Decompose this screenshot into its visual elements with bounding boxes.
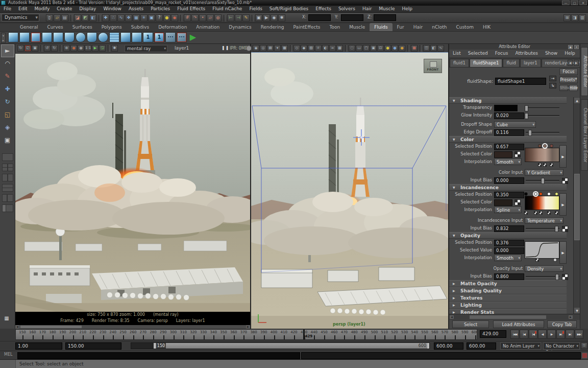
channel-box-toggle-icon[interactable]: ▥ <box>579 14 586 21</box>
render-settings-icon[interactable]: ✱ <box>111 45 118 52</box>
mask-points-icon[interactable]: ∴ <box>110 14 117 21</box>
shelf-tab-curves[interactable]: Curves <box>42 23 67 31</box>
layout-two-pane-stacked-button[interactable] <box>2 184 13 192</box>
animation-start-field[interactable]: 1.00 <box>15 342 62 350</box>
shadows-icon[interactable]: ◐ <box>322 45 329 52</box>
glow-intensity-field[interactable]: 0.020 <box>494 112 524 119</box>
ipr-region-icon[interactable]: ◲ <box>99 45 106 52</box>
shelf-tab-deformation[interactable]: Deformation <box>154 23 191 31</box>
ramp-handle[interactable] <box>543 144 547 148</box>
ramp-marker[interactable] <box>539 211 543 215</box>
highlight-selection-icon[interactable]: ◉ <box>171 14 178 21</box>
render-region-icon[interactable]: ◱ <box>24 45 31 52</box>
image-plane-icon[interactable]: ▦ <box>281 45 288 52</box>
incandescence-input-dropdown[interactable]: Temperature <box>525 217 564 224</box>
shelf-tab-rendering[interactable]: Rendering <box>256 23 289 31</box>
shelf-tab-animation[interactable]: Animation <box>191 23 224 31</box>
shelf-tab-toon[interactable]: Toon <box>325 23 345 31</box>
mask-misc-icon[interactable]: ? <box>156 14 163 21</box>
one-to-one-icon[interactable]: 1:1 <box>85 45 91 52</box>
hide-button[interactable]: Hide <box>569 85 578 91</box>
panel-close-icon[interactable]: ✕ <box>574 45 579 49</box>
lighting-ochre-icon[interactable]: ● <box>399 45 405 52</box>
menu-hair[interactable]: Hair <box>359 6 375 12</box>
menu-help[interactable]: Help <box>399 6 416 12</box>
section-header-shading[interactable]: ▼Shading <box>449 97 567 104</box>
open-render-view-icon[interactable]: ▣ <box>255 14 262 21</box>
fluid-display-icon[interactable]: ▦ <box>411 45 418 52</box>
interpolation-dropdown[interactable]: Spline <box>494 206 522 213</box>
create-ocean-icon[interactable] <box>64 32 75 42</box>
create-pond-icon[interactable] <box>87 32 97 42</box>
textured-mode-icon[interactable]: ▧ <box>308 45 314 52</box>
selected-position-field[interactable]: 0.376 <box>494 240 524 246</box>
selected-position-field[interactable]: 0.350 <box>494 192 524 198</box>
field-chart-icon[interactable]: ▭ <box>356 45 362 52</box>
section-header-incandescence[interactable]: ▼Incandescence <box>449 184 567 191</box>
shelf-tab-hik[interactable]: HIK <box>478 23 495 31</box>
maximize-button[interactable]: ▢ <box>571 1 578 5</box>
focus-button[interactable]: Focus <box>559 68 578 75</box>
shelf-tab-painteffects[interactable]: PaintEffects <box>289 23 325 31</box>
menu-assets[interactable]: Assets <box>125 6 147 12</box>
command-input[interactable] <box>17 352 300 359</box>
mask-handles-icon[interactable]: ✚ <box>102 14 109 21</box>
ae-tab-fluid[interactable]: fluid <box>503 59 520 67</box>
ipr-render-icon[interactable]: ◉ <box>271 14 278 21</box>
select-hierarchy-mode-icon[interactable]: ◪ <box>74 14 81 21</box>
ramp-marker[interactable] <box>547 211 551 215</box>
select-object-mode-icon[interactable]: ◩ <box>82 14 89 21</box>
create-ocean-wake-icon[interactable] <box>76 32 86 42</box>
ramp-handle[interactable] <box>534 192 537 196</box>
ramp-marker[interactable] <box>538 163 542 167</box>
safe-action-icon[interactable]: ⊡ <box>377 45 384 52</box>
menu-fluid-ncache[interactable]: Fluid nCache <box>209 6 246 12</box>
scroll-thumb[interactable] <box>574 174 580 240</box>
attributes-hscrollbar[interactable]: ◀ ▶ <box>449 314 580 320</box>
selected-color-swatch[interactable] <box>494 199 512 206</box>
timeline-tick-600[interactable]: 600 <box>468 330 478 334</box>
dropoff-shape-dropdown[interactable]: Cube <box>494 121 536 128</box>
create-2d-fluid-container-icon[interactable] <box>19 32 30 42</box>
shelf-tab-ncloth[interactable]: nCloth <box>427 23 451 31</box>
anim-layer-dropdown[interactable]: No Anim Layer <box>500 342 541 350</box>
edge-dropoff-field[interactable]: 0.116 <box>494 129 524 136</box>
scroll-thumb[interactable] <box>470 315 546 319</box>
resolution-gate-icon[interactable]: ▢ <box>363 45 370 52</box>
select-tool-icon[interactable]: ► <box>2 45 14 57</box>
tab-attribute-editor[interactable]: Attribute Editor <box>581 47 588 96</box>
color-ramp[interactable] <box>525 144 558 167</box>
plugin-icon[interactable]: ◧ <box>430 45 437 52</box>
menu-soft-rigid-bodies[interactable]: Soft/Rigid Bodies <box>266 6 312 12</box>
layout-single-pane-button[interactable] <box>2 153 13 161</box>
slider-handle[interactable] <box>541 178 545 184</box>
tab-scroll-left-icon[interactable]: ◀ <box>568 60 573 66</box>
lighting-blue-icon[interactable]: ● <box>391 45 398 52</box>
ae-tab-fluid1[interactable]: fluid1 <box>450 59 469 67</box>
set-key-icon[interactable]: ⚿ <box>581 342 587 349</box>
attributes-vscrollbar[interactable]: ▲ ▼ <box>573 97 580 314</box>
universal-manipulator-icon[interactable]: ◈ <box>2 122 14 133</box>
select-button[interactable]: Select <box>452 320 489 328</box>
selected-value-field[interactable]: 0.000 <box>494 247 524 254</box>
set-initial-state-icon[interactable]: 1 <box>154 32 164 42</box>
interpolation-dropdown[interactable]: Smooth <box>494 255 522 261</box>
attributes-scroll-area[interactable]: ▼Shading Transparency Glow Intensity 0.0… <box>449 97 573 314</box>
scroll-down-icon[interactable]: ▼ <box>574 308 580 313</box>
new-scene-icon[interactable]: ▯ <box>46 14 53 21</box>
menu-create[interactable]: Create <box>53 6 76 12</box>
slider-handle[interactable] <box>555 226 558 232</box>
refresh-icon[interactable]: ↻ <box>51 45 58 52</box>
scale-tool-icon[interactable]: ◱ <box>2 109 14 121</box>
snap-to-curve-icon[interactable]: ↷ <box>191 14 199 21</box>
slider-handle[interactable] <box>528 130 532 136</box>
step-back-key-button[interactable]: |◀ <box>529 330 537 339</box>
lock-camera-icon[interactable]: ◎ <box>260 45 266 52</box>
menu-fields[interactable]: Fields <box>246 6 265 12</box>
menu-edit[interactable]: Edit <box>15 6 31 12</box>
menu-modify[interactable]: Modify <box>31 6 54 12</box>
shelf-tab-polygons[interactable]: Polygons <box>97 23 127 31</box>
menu-fluid-effects[interactable]: Fluid Effects <box>174 6 209 12</box>
ramp-handle[interactable] <box>538 144 542 148</box>
delete-cache-icon[interactable]: ··· <box>177 32 187 42</box>
